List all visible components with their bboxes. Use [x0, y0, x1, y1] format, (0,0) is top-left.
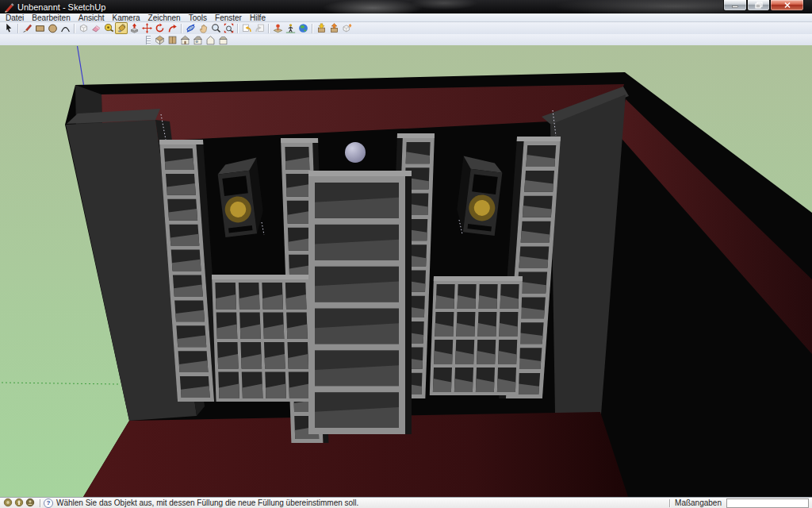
paint-bucket-tool-button[interactable]	[115, 22, 128, 34]
get-models-tool-button[interactable]	[315, 22, 327, 34]
tape-measure-icon	[104, 23, 114, 33]
make-component-icon	[79, 23, 89, 33]
left-view-button[interactable]	[216, 34, 229, 46]
share-model-tool-button[interactable]	[327, 22, 340, 34]
menu-zeichnen[interactable]: Zeichnen	[144, 13, 185, 22]
menu-ansicht[interactable]: Ansicht	[75, 13, 109, 22]
rectangle-icon	[35, 23, 45, 33]
pan-tool-button[interactable]	[197, 22, 209, 34]
paint-bucket-icon	[117, 23, 127, 33]
rotate-tool-button[interactable]	[153, 22, 166, 34]
make-component-tool-button[interactable]	[77, 22, 90, 34]
follow-me-tool-button[interactable]	[166, 22, 178, 34]
measurements-label: Maßangaben	[675, 498, 722, 507]
geolocation-icon	[3, 498, 13, 507]
toolbar-drag-handle[interactable]	[146, 36, 151, 44]
viewport-3d[interactable]	[0, 45, 812, 497]
line-tool-button[interactable]	[21, 22, 33, 34]
zoom-icon	[211, 23, 221, 33]
top-view-icon	[167, 35, 178, 45]
zoom-tool-button[interactable]	[209, 22, 222, 34]
push-pull-icon	[129, 23, 140, 33]
geolocation-status-icon[interactable]	[3, 498, 13, 507]
eraser-tool-button[interactable]	[90, 22, 102, 34]
app-icon	[4, 2, 14, 13]
menu-hilfe[interactable]: Hilfe	[246, 13, 270, 22]
window-controls	[723, 0, 804, 11]
iso-view-icon	[155, 35, 165, 45]
push-pull-tool-button[interactable]	[128, 22, 140, 34]
scene-canvas	[0, 45, 812, 497]
share-component-tool-button[interactable]	[340, 22, 353, 34]
credits-icon	[14, 498, 24, 507]
statusbar-separator	[40, 499, 40, 507]
close-icon	[783, 2, 791, 9]
front-view-button[interactable]	[178, 34, 191, 46]
get-models-icon	[316, 23, 327, 33]
toolbar-separator	[15, 24, 21, 33]
toolbar-separator	[266, 24, 271, 33]
menu-fenster[interactable]: Fenster	[211, 13, 246, 22]
menu-tools[interactable]: Tools	[185, 13, 211, 22]
minimize-button[interactable]	[723, 0, 747, 11]
ceiling-sphere	[345, 142, 366, 163]
follow-me-icon	[167, 23, 178, 33]
arc-icon	[60, 23, 71, 33]
select-tool-button[interactable]	[2, 22, 15, 34]
credits-status-icon[interactable]	[14, 498, 24, 507]
iso-view-button[interactable]	[153, 34, 166, 46]
redo-tool-button[interactable]	[253, 22, 266, 34]
zoom-extents-tool-button[interactable]	[222, 22, 235, 34]
account-icon	[25, 498, 35, 507]
top-view-button[interactable]	[166, 34, 178, 46]
undo-icon	[242, 23, 252, 33]
status-bar: ? Wählen Sie das Objekt aus, mit dessen …	[0, 497, 812, 508]
right-view-button[interactable]	[191, 34, 204, 46]
back-view-button[interactable]	[204, 34, 216, 46]
rotate-icon	[155, 23, 165, 33]
sketchup-window: Unbenannt - SketchUp DateiBearbeitenAnsi…	[0, 0, 812, 508]
right-view-icon	[193, 35, 203, 45]
circle-icon	[48, 23, 58, 33]
menu-datei[interactable]: Datei	[2, 13, 28, 22]
eraser-icon	[91, 23, 102, 33]
center-shelf	[308, 171, 412, 434]
front-view-icon	[180, 35, 190, 45]
measurements-input[interactable]	[726, 498, 809, 508]
google-earth-tool-button[interactable]	[297, 22, 309, 34]
menu-bearbeiten[interactable]: Bearbeiten	[28, 13, 74, 22]
arc-tool-button[interactable]	[59, 22, 71, 34]
position-camera-tool-button[interactable]	[284, 22, 297, 34]
share-model-icon	[329, 23, 339, 33]
help-icon[interactable]: ?	[44, 498, 53, 508]
redo-icon	[255, 23, 265, 33]
position-camera-icon	[285, 23, 296, 33]
status-icons	[3, 498, 36, 508]
account-status-icon[interactable]	[25, 498, 35, 507]
add-location-icon	[273, 23, 283, 33]
title-bar: Unbenannt - SketchUp	[0, 0, 812, 13]
circle-tool-button[interactable]	[46, 22, 59, 34]
maximize-button[interactable]	[747, 0, 770, 11]
toolbar-separator	[235, 24, 240, 33]
move-icon	[142, 23, 152, 33]
add-location-tool-button[interactable]	[271, 22, 284, 34]
tape-measure-tool-button[interactable]	[102, 22, 115, 34]
views-toolbar	[0, 34, 812, 46]
undo-tool-button[interactable]	[240, 22, 253, 34]
menu-kamera[interactable]: Kamera	[109, 13, 144, 22]
select-icon	[4, 23, 14, 33]
close-button[interactable]	[770, 0, 804, 11]
toolbar-separator	[71, 24, 77, 33]
status-message: Wählen Sie das Objekt aus, mit dessen Fü…	[56, 498, 358, 507]
low-right-cubbies	[430, 276, 523, 395]
toolbar-separator	[178, 24, 184, 33]
restore-icon	[755, 2, 763, 9]
main-toolbar	[0, 22, 812, 35]
statusbar-separator	[669, 499, 670, 507]
rectangle-tool-button[interactable]	[33, 22, 46, 34]
low-left-cubbies	[212, 275, 313, 402]
move-tool-button[interactable]	[140, 22, 153, 34]
orbit-tool-button[interactable]	[184, 22, 197, 34]
menu-bar: DateiBearbeitenAnsichtKameraZeichnenTool…	[0, 13, 812, 22]
